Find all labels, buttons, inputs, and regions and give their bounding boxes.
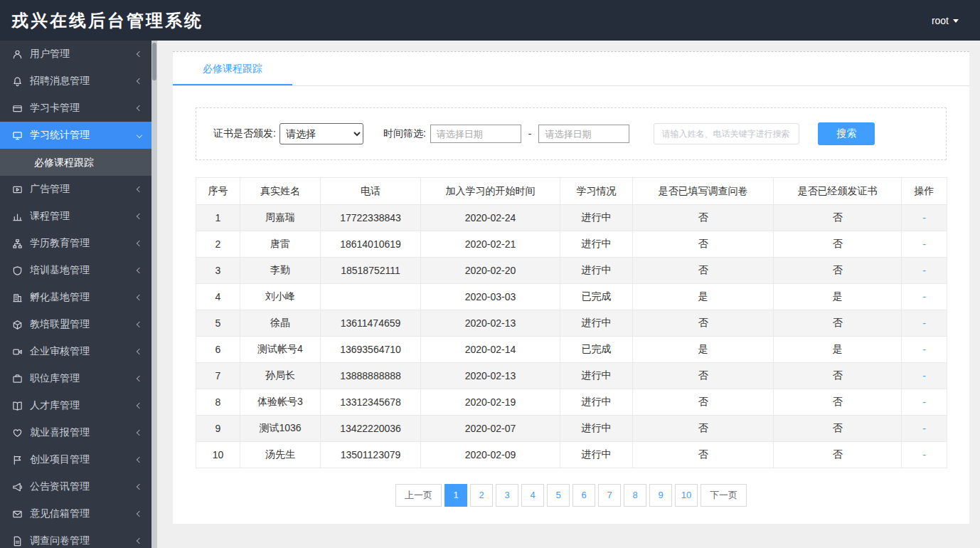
page-button-6[interactable]: 6	[572, 484, 595, 507]
row-action-link[interactable]: -	[902, 310, 947, 337]
table-cell: 否	[633, 205, 774, 231]
tab-required-course-tracking[interactable]: 必修课程跟踪	[173, 52, 292, 85]
table-cell: 2020-02-21	[421, 231, 560, 258]
prev-page-button[interactable]: 上一页	[395, 484, 442, 507]
user-menu[interactable]: root	[932, 15, 959, 26]
date-end-input[interactable]	[538, 125, 629, 143]
content-card: 必修课程跟踪 证书是否颁发: 请选择 时间筛选: - 搜索 序号真实姓名电话加入…	[173, 51, 969, 524]
search-input[interactable]	[654, 123, 799, 144]
row-action-link[interactable]: -	[902, 337, 947, 363]
table-cell: 1	[196, 205, 240, 231]
sidebar-item-startup-project-management[interactable]: 创业项目管理	[0, 446, 151, 473]
sidebar-item-incubation-base-management[interactable]: 孵化基地管理	[0, 284, 151, 311]
sidebar-item-user-management[interactable]: 用户管理	[0, 41, 151, 68]
sidebar-item-announcement-management[interactable]: 公告资讯管理	[0, 473, 151, 500]
table-cell: 已完成	[560, 337, 633, 363]
pagination: 上一页12345678910下一页	[173, 484, 969, 507]
table-cell: 10	[196, 442, 240, 468]
page-button-9[interactable]: 9	[649, 484, 672, 507]
cert-issued-label: 证书是否颁发:	[213, 127, 276, 140]
sidebar-item-survey-management[interactable]: 调查问卷管理	[0, 527, 151, 548]
time-filter-label: 时间筛选:	[383, 127, 426, 140]
table-row: 10汤先生135011230792020-02-09进行中否否-	[196, 442, 947, 468]
sidebar-item-degree-education-management[interactable]: 学历教育管理	[0, 230, 151, 257]
sidebar-item-label: 公告资讯管理	[30, 480, 137, 493]
page-button-5[interactable]: 5	[547, 484, 570, 507]
table-cell: 否	[633, 442, 774, 468]
sidebar-item-feedback-mailbox-management[interactable]: 意见信箱管理	[0, 500, 151, 527]
sidebar-item-employment-news-management[interactable]: 就业喜报管理	[0, 419, 151, 446]
sidebar-item-study-card-management[interactable]: 学习卡管理	[0, 95, 151, 122]
book-icon	[11, 400, 23, 411]
search-button[interactable]: 搜索	[818, 122, 875, 145]
table-cell: 2020-02-13	[421, 310, 560, 337]
sidebar-item-enterprise-audit-management[interactable]: 企业审核管理	[0, 338, 151, 365]
envelope-icon	[11, 508, 23, 520]
page-button-1[interactable]: 1	[444, 484, 467, 507]
column-header: 加入学习的开始时间	[421, 178, 560, 205]
sidebar-item-talent-library-management[interactable]: 人才库管理	[0, 392, 151, 419]
bar-chart-icon	[11, 211, 23, 222]
chevron-left-icon	[137, 241, 142, 246]
table-cell: 9	[196, 416, 240, 442]
cube-icon	[11, 319, 23, 330]
table-cell: 进行中	[560, 363, 633, 389]
row-action-link[interactable]: -	[902, 389, 947, 416]
table-cell: 8	[196, 389, 240, 416]
table-cell: 2020-03-03	[421, 284, 560, 310]
chevron-left-icon	[137, 322, 142, 327]
column-header: 操作	[902, 178, 947, 205]
sidebar-item-label: 创业项目管理	[30, 453, 137, 466]
row-action-link[interactable]: -	[902, 363, 947, 389]
sidebar: 用户管理招聘消息管理学习卡管理学习统计管理必修课程跟踪广告管理课程管理学历教育管…	[0, 41, 151, 548]
page-button-8[interactable]: 8	[624, 484, 646, 507]
table-cell: 2020-02-14	[421, 337, 560, 363]
row-action-link[interactable]: -	[902, 442, 947, 468]
row-action-link[interactable]: -	[902, 416, 947, 442]
sidebar-item-education-alliance-management[interactable]: 教培联盟管理	[0, 311, 151, 338]
cert-issued-select[interactable]: 请选择	[279, 123, 363, 144]
next-page-button[interactable]: 下一页	[701, 484, 747, 507]
table-cell: 2020-02-09	[421, 442, 560, 468]
sidebar-item-label: 企业审核管理	[30, 345, 137, 358]
sidebar-item-recruit-message-management[interactable]: 招聘消息管理	[0, 68, 151, 95]
page-button-10[interactable]: 10	[675, 484, 698, 507]
row-action-link[interactable]: -	[902, 258, 947, 284]
sidebar-item-job-library-management[interactable]: 职位库管理	[0, 365, 151, 392]
page-button-7[interactable]: 7	[598, 484, 621, 507]
sidebar-item-label: 职位库管理	[30, 372, 137, 385]
page-button-3[interactable]: 3	[496, 484, 518, 507]
table-cell: 是	[774, 284, 902, 310]
chevron-left-icon	[137, 376, 142, 381]
table-row: 7孙局长138888888882020-02-13进行中否否-	[196, 363, 947, 389]
table-row: 8体验帐号3133123456782020-02-19进行中否否-	[196, 389, 947, 416]
sidebar-item-label: 调查问卷管理	[30, 534, 137, 547]
row-action-link[interactable]: -	[902, 205, 947, 231]
sidebar-item-label: 教培联盟管理	[30, 318, 137, 331]
sidebar-item-course-management[interactable]: 课程管理	[0, 203, 151, 230]
table-cell	[321, 284, 421, 310]
table-cell: 否	[774, 363, 902, 389]
row-action-link[interactable]: -	[902, 231, 947, 258]
table-cell: 否	[774, 258, 902, 284]
sidebar-item-label: 孵化基地管理	[30, 291, 137, 304]
table-cell: 刘小峰	[240, 284, 321, 310]
sidebar-item-ad-management[interactable]: 广告管理	[0, 176, 151, 203]
sidebar-item-training-base-management[interactable]: 培训基地管理	[0, 257, 151, 284]
column-header: 电话	[321, 178, 421, 205]
table-cell: 5	[196, 310, 240, 337]
sidebar-item-label: 学习卡管理	[30, 102, 137, 115]
row-action-link[interactable]: -	[902, 284, 947, 310]
page-button-4[interactable]: 4	[521, 484, 544, 507]
date-start-input[interactable]	[430, 125, 521, 143]
page-button-2[interactable]: 2	[470, 484, 493, 507]
sidebar-scrollbar[interactable]	[151, 41, 157, 548]
sidebar-subitem-required-course-tracking[interactable]: 必修课程跟踪	[0, 149, 151, 176]
table-row: 6测试帐号4136935647102020-02-14已完成是是-	[196, 337, 947, 363]
table-cell: 13888888888	[321, 363, 421, 389]
table-cell: 2	[196, 231, 240, 258]
bell-icon	[11, 75, 23, 87]
sidebar-scrollbar-thumb[interactable]	[152, 43, 156, 80]
table-cell: 否	[633, 389, 774, 416]
sidebar-item-study-statistics-management[interactable]: 学习统计管理	[0, 122, 151, 149]
